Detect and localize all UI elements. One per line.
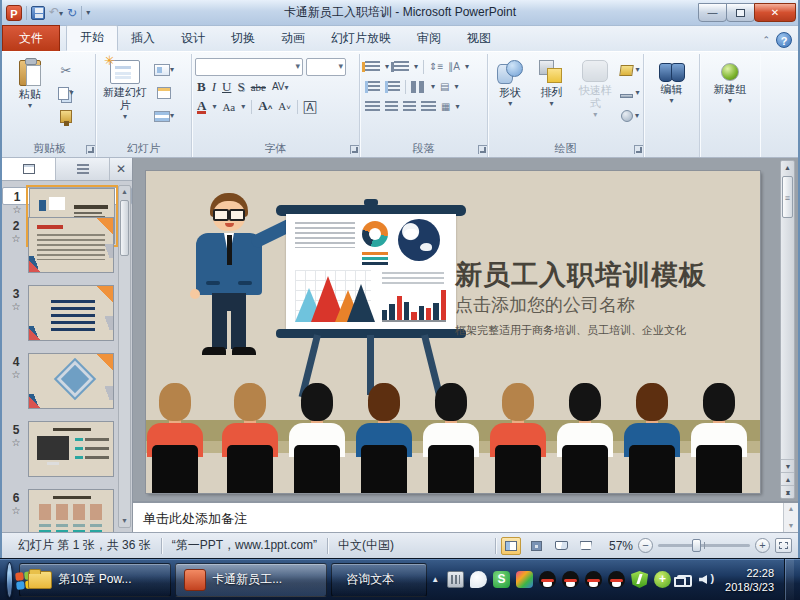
qq-icon[interactable] <box>608 571 625 588</box>
arrange-button[interactable]: 排列 ▾ <box>532 56 570 141</box>
360-ball-icon[interactable] <box>654 571 671 588</box>
volume-icon[interactable] <box>698 571 715 588</box>
slide-sorter-view-button[interactable] <box>526 537 546 555</box>
scroll-thumb[interactable] <box>120 200 129 256</box>
notes-scrollbar[interactable]: ▲ ▼ <box>783 503 798 532</box>
align-center-button[interactable] <box>385 101 398 113</box>
slide-thumbnail[interactable] <box>28 353 114 409</box>
zoom-slider-thumb[interactable] <box>692 539 701 552</box>
reading-view-button[interactable] <box>551 537 571 555</box>
powerpoint-app-icon[interactable]: P <box>6 5 22 21</box>
scroll-thumb[interactable] <box>782 176 793 218</box>
grow-font-button[interactable]: A˄ <box>258 98 272 116</box>
slide-canvas[interactable]: 新员工入职培训模板 点击添加您的公司名称 框架完整适用于商务培训、员工培训、企业… <box>146 171 760 493</box>
show-hidden-icons-icon[interactable]: ▲ <box>429 575 441 584</box>
cut-button[interactable]: ✂ <box>56 61 76 79</box>
slide-thumbnail-row[interactable]: 3 ☆ <box>2 285 132 341</box>
zoom-level[interactable]: 57% <box>601 539 633 553</box>
start-button[interactable] <box>6 562 13 598</box>
animation-star-icon[interactable]: ☆ <box>12 233 21 245</box>
line-spacing-button[interactable]: ⇕≡ <box>429 61 443 73</box>
reset-slide-button[interactable] <box>154 84 174 102</box>
align-text-button[interactable]: ▤ <box>440 81 449 93</box>
scroll-up-icon[interactable]: ▲ <box>781 161 794 174</box>
format-painter-button[interactable] <box>56 107 76 125</box>
font-name-select[interactable] <box>195 58 303 76</box>
slide-thumbnail-row[interactable]: 4 ☆ <box>2 353 132 409</box>
convert-smartart-button[interactable]: ▦ <box>441 101 450 113</box>
section-button[interactable]: ▾ <box>154 107 174 125</box>
ribbon-tab[interactable]: 插入 <box>118 27 168 51</box>
normal-view-button[interactable] <box>501 537 521 555</box>
align-left-button[interactable] <box>365 101 380 113</box>
task-explorer-folder[interactable]: 第10章 Pow... <box>19 563 171 597</box>
shapes-button[interactable]: 形状 ▾ <box>491 56 529 141</box>
animation-star-icon[interactable]: ☆ <box>12 369 21 381</box>
new-slide-button[interactable]: 新建幻灯片 ▾ <box>99 56 151 141</box>
font-size-select[interactable] <box>306 58 346 76</box>
thumbnails-scrollbar[interactable]: ▲ ▼ <box>118 185 131 528</box>
text-direction-button[interactable]: ∥A <box>448 61 460 73</box>
dialog-launcher-icon[interactable] <box>634 145 643 154</box>
ribbon-tab[interactable]: 文件 <box>2 25 60 51</box>
ribbon-tab[interactable]: 幻灯片放映 <box>318 27 404 51</box>
clear-formatting-button[interactable]: 🄰 <box>304 99 316 115</box>
columns-button[interactable] <box>411 81 426 93</box>
change-case-button[interactable]: Aa <box>222 99 235 115</box>
qq-icon[interactable] <box>585 571 602 588</box>
ribbon-tab[interactable]: 动画 <box>268 27 318 51</box>
scroll-down-icon[interactable]: ▼ <box>781 459 794 472</box>
zoom-out-button[interactable]: − <box>638 538 653 553</box>
dialog-launcher-icon[interactable] <box>478 145 487 154</box>
ribbon-tab[interactable]: 切换 <box>218 27 268 51</box>
shape-effects-button[interactable]: ▾ <box>620 107 640 125</box>
previous-slide-button[interactable]: ▲▲ <box>781 472 794 485</box>
customize-qat-icon[interactable]: ▾ <box>86 8 90 17</box>
task-powerpoint[interactable]: 卡通新员工... <box>175 563 327 597</box>
scroll-down-icon[interactable]: ▼ <box>784 520 798 532</box>
scroll-up-icon[interactable]: ▲ <box>119 186 130 198</box>
minimize-ribbon-icon[interactable]: ⌃ <box>762 35 770 45</box>
close-pane-icon[interactable]: ✕ <box>110 158 132 180</box>
bullets-button[interactable] <box>365 61 380 73</box>
shape-fill-button[interactable]: ▾ <box>620 61 640 79</box>
decrease-indent-button[interactable] <box>365 81 380 93</box>
slide-thumbnail-row[interactable]: 5 ☆ <box>2 421 132 477</box>
animation-star-icon[interactable]: ☆ <box>13 204 22 216</box>
justify-button[interactable] <box>421 101 436 113</box>
tab-slides-thumbnails[interactable] <box>2 158 56 180</box>
dialog-launcher-icon[interactable] <box>86 145 95 154</box>
qq-icon[interactable] <box>562 571 579 588</box>
slide-thumbnail-row[interactable]: 6 ☆ <box>2 489 132 532</box>
wechat-icon[interactable] <box>470 571 487 588</box>
undo-icon[interactable]: ↶▾ <box>49 5 63 21</box>
close-button[interactable]: ✕ <box>754 3 796 22</box>
help-icon[interactable]: ? <box>776 32 792 48</box>
animation-star-icon[interactable]: ☆ <box>12 437 21 449</box>
dialog-launcher-icon[interactable] <box>350 145 359 154</box>
scroll-up-icon[interactable]: ▲ <box>784 503 798 515</box>
copy-button[interactable]: ▾ <box>56 84 76 102</box>
ribbon-tab[interactable]: 设计 <box>168 27 218 51</box>
next-slide-button[interactable]: ▼▼ <box>781 485 794 498</box>
taskbar-clock[interactable]: 22:28 2018/3/23 <box>725 566 774 594</box>
360-shield-icon[interactable] <box>631 571 648 588</box>
character-spacing-button[interactable]: AV▾ <box>272 79 289 95</box>
italic-button[interactable]: I <box>212 79 216 95</box>
task-text-window[interactable]: 咨询文本 <box>331 563 427 597</box>
vertical-scrollbar[interactable]: ▲ ▼ ▲▲ ▼▼ <box>780 160 795 499</box>
qq-icon[interactable] <box>539 571 556 588</box>
redo-icon[interactable]: ↻ <box>67 6 77 20</box>
increase-indent-button[interactable] <box>385 81 400 93</box>
align-right-button[interactable] <box>403 101 416 113</box>
quick-styles-button[interactable]: 快速样式 ▾ <box>574 56 617 141</box>
slide-thumbnail-row[interactable]: 1 ☆ <box>2 187 132 205</box>
animation-star-icon[interactable]: ☆ <box>12 301 21 313</box>
theme-name[interactable]: “第一PPT，www.1ppt.com” <box>162 537 327 554</box>
editing-button[interactable]: 编辑 ▾ <box>650 56 694 141</box>
font-color-button[interactable]: A <box>197 100 206 114</box>
slide-layout-button[interactable]: ▾ <box>154 61 174 79</box>
tab-outline[interactable] <box>56 158 110 180</box>
zoom-in-button[interactable]: + <box>755 538 770 553</box>
ribbon-tab[interactable]: 视图 <box>454 27 504 51</box>
